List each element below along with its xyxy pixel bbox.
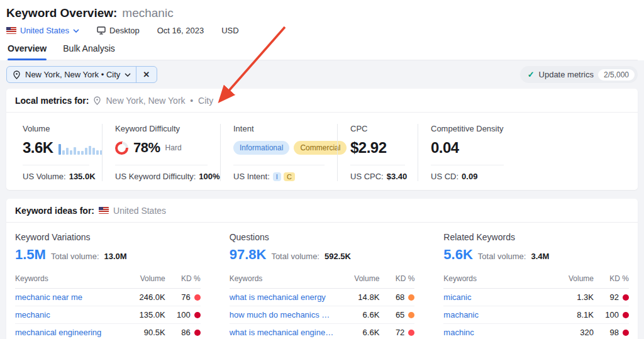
metric-keyword-difficulty: Keyword Difficulty 78% Hard US Keyword D…: [102, 124, 220, 181]
idea-column-title: Questions: [230, 232, 415, 242]
kd-dot: [194, 294, 201, 301]
page-title-label: Keyword Overview:: [6, 6, 117, 20]
check-icon: ✓: [528, 70, 535, 79]
metric-cd-value: 0.04: [431, 139, 459, 157]
keywords-table: Keywords Volume KD % micanic 1.3K 92 mac…: [443, 274, 629, 339]
col-header-volume: Volume: [334, 274, 379, 283]
keyword-link[interactable]: machinc: [443, 328, 548, 337]
desktop-icon: [97, 26, 106, 35]
col-header-volume: Volume: [120, 274, 165, 283]
tab-overview[interactable]: Overview: [8, 43, 47, 60]
us-intent-pill-informational: I: [273, 172, 281, 181]
header-meta-row: United States Desktop Oct 16, 2023 USD: [6, 26, 638, 35]
idea-count[interactable]: 1.5M: [15, 247, 46, 263]
local-metrics-row: Volume 3.6K US Volume: 135.0K Keyword Di…: [6, 113, 638, 190]
col-header-keywords: Keywords: [443, 274, 548, 283]
table-row: micanic 1.3K 92: [443, 289, 629, 306]
us-intent-row: US Intent: IC: [233, 165, 325, 181]
local-metrics-card: Local metrics for: New York, New York • …: [6, 89, 638, 190]
location-pin-icon: [93, 96, 101, 105]
us-cd-row: US CD: 0.09: [431, 165, 504, 181]
col-header-keywords: Keywords: [230, 274, 335, 283]
idea-count[interactable]: 5.6K: [443, 247, 472, 263]
us-flag-icon: [6, 27, 16, 34]
us-intent-pill-commercial: C: [284, 172, 295, 181]
col-header-kd: KD %: [165, 274, 201, 283]
currency-label: USD: [221, 26, 238, 35]
tab-bulk-analysis[interactable]: Bulk Analysis: [63, 43, 114, 60]
sparkline-bar: [89, 146, 91, 155]
keyword-link[interactable]: what is mechanical engineering: [230, 328, 335, 337]
location-pin-icon: [13, 70, 21, 79]
sparkline-bar: [66, 148, 69, 155]
kd-cell: 98: [594, 328, 629, 337]
metric-kd-label: Keyword Difficulty: [115, 124, 208, 133]
filter-row: New York, New York • City ✕ ✓ Update met…: [6, 66, 638, 83]
chevron-down-icon[interactable]: [125, 73, 131, 77]
us-volume-row: US Volume: 135.0K: [23, 165, 89, 181]
chevron-down-icon: [73, 29, 79, 33]
table-header: Keywords Volume KD %: [443, 274, 629, 289]
local-metrics-header: Local metrics for: New York, New York • …: [6, 89, 638, 113]
local-metrics-heading: Local metrics for:: [15, 96, 89, 106]
sparkline-bar: [77, 151, 80, 155]
kd-dot: [623, 330, 629, 336]
idea-count[interactable]: 97.8K: [230, 247, 267, 263]
volume-cell: 135.0K: [120, 310, 165, 320]
table-row: machanic 8.1K 100: [443, 306, 629, 324]
metric-kd-value: 78%: [133, 140, 160, 156]
metric-intent-label: Intent: [233, 124, 325, 133]
close-icon[interactable]: ✕: [142, 70, 151, 79]
device-selector[interactable]: Desktop: [97, 26, 140, 35]
volume-sparkline: [58, 141, 103, 155]
keyword-link[interactable]: mechanical engineering: [15, 328, 120, 337]
metric-volume-value: 3.6K: [23, 139, 53, 157]
sparkline-bar: [62, 150, 65, 155]
local-metrics-location: New York, New York • City: [93, 96, 213, 106]
kd-gauge-icon: [115, 142, 128, 155]
sparkline-bar: [96, 150, 99, 155]
date-selector[interactable]: Oct 16, 2023: [157, 26, 204, 35]
keyword-link[interactable]: machanic: [443, 310, 548, 320]
sparkline-bar: [74, 147, 76, 155]
keyword-link[interactable]: what is mechanical energy: [230, 292, 335, 302]
col-header-kd: KD %: [379, 274, 414, 283]
col-header-kd: KD %: [594, 274, 629, 283]
currency-selector[interactable]: USD: [221, 26, 238, 35]
metric-competitive-density: Competitive Density 0.04 US CD: 0.09: [418, 124, 516, 181]
keyword-link[interactable]: micanic: [443, 292, 548, 302]
keyword-link[interactable]: how much do mechanics make: [230, 310, 335, 320]
us-cpc-row: US CPC: $3.40: [350, 165, 405, 181]
table-header: Keywords Volume KD %: [230, 274, 415, 289]
keyword-link[interactable]: mechanic near me: [15, 292, 120, 302]
country-selector-label: United States: [20, 26, 69, 35]
us-flag-icon: [99, 207, 109, 214]
us-kd-value: 100%: [199, 172, 219, 181]
table-row: mechanic 135.0K 100: [15, 306, 201, 324]
country-selector[interactable]: United States: [6, 26, 79, 35]
us-volume-value: 135.0K: [69, 172, 96, 181]
kd-dot: [194, 312, 201, 318]
sparkline-bar: [81, 151, 84, 155]
location-filter-chip[interactable]: New York, New York • City ✕: [6, 66, 157, 83]
table-row: how much do mechanics make 6.6K 65: [230, 306, 415, 324]
kd-cell: 92: [594, 292, 629, 302]
device-label: Desktop: [109, 26, 140, 35]
kd-cell: 72: [379, 328, 414, 337]
col-header-volume: Volume: [548, 274, 594, 283]
idea-column-title: Keyword Variations: [15, 232, 201, 242]
update-metrics-button[interactable]: ✓ Update metrics 2/5,000: [520, 66, 638, 83]
metric-kd-qualifier: Hard: [165, 143, 182, 152]
table-row: mechanical engineering 90.5K 86: [15, 324, 201, 339]
total-volume-value: 13.0M: [104, 252, 127, 261]
volume-cell: 90.5K: [120, 328, 165, 337]
kd-cell: 76: [165, 292, 201, 302]
idea-column-title: Related Keywords: [443, 232, 629, 242]
keyword-link[interactable]: mechanic: [15, 310, 120, 320]
us-cpc-value: $3.40: [387, 172, 408, 181]
table-header: Keywords Volume KD %: [15, 274, 201, 289]
kd-dot: [408, 330, 414, 336]
total-volume-value: 592.5K: [325, 252, 351, 261]
volume-cell: 14.8K: [334, 292, 379, 302]
keyword-ideas-heading: Keyword ideas for:: [15, 206, 94, 216]
